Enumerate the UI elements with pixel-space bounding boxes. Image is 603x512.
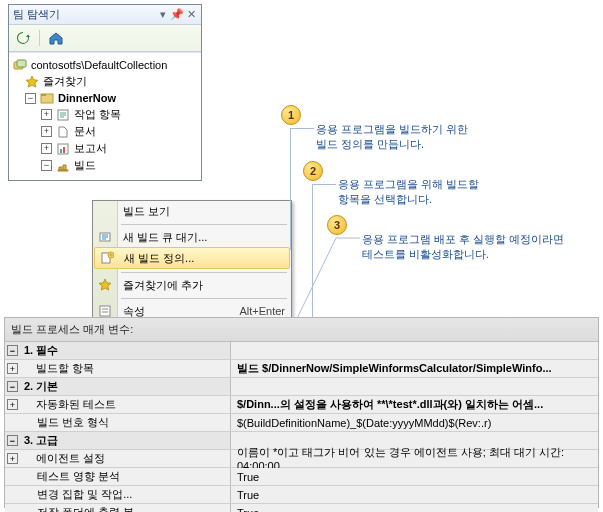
tree-reports-label: 보고서 bbox=[74, 141, 107, 156]
tree-root-label: contosotfs\DefaultCollection bbox=[31, 59, 167, 71]
tree-favorites[interactable]: 즐겨찾기 bbox=[13, 73, 197, 90]
prop-value[interactable]: $(BuildDefinitionName)_$(Date:yyyyMMdd)$… bbox=[231, 414, 598, 431]
collapse-icon[interactable] bbox=[7, 435, 18, 446]
tree-documents[interactable]: 문서 bbox=[13, 123, 197, 140]
menu-label: 새 빌드 큐 대기... bbox=[123, 230, 207, 245]
expand-icon[interactable] bbox=[7, 453, 18, 464]
tree-reports[interactable]: 보고서 bbox=[13, 140, 197, 157]
callout-line2: 항목을 선택합니다. bbox=[338, 192, 479, 207]
callout-line2: 테스트를 비활성화합니다. bbox=[362, 247, 564, 262]
builds-icon bbox=[56, 159, 70, 173]
callout-1-text: 응용 프로그램을 빌드하기 위한 빌드 정의를 만듭니다. bbox=[316, 122, 468, 152]
tree-workitems-label: 작업 항목 bbox=[74, 107, 121, 122]
workitems-icon bbox=[56, 108, 70, 122]
callout-line1: 응용 프로그램을 빌드하기 위한 bbox=[316, 122, 468, 137]
expand-icon[interactable] bbox=[41, 109, 52, 120]
panel-title: 팀 탐색기 bbox=[13, 7, 155, 22]
menu-queue-new-build[interactable]: 새 빌드 큐 대기... bbox=[93, 227, 291, 247]
collapse-icon[interactable] bbox=[25, 93, 36, 104]
prop-value[interactable]: True bbox=[231, 486, 598, 503]
context-menu: 빌드 보기 새 빌드 큐 대기... 새 빌드 정의... 즐겨찾기에 추가 속… bbox=[92, 200, 292, 322]
close-icon[interactable]: ✕ bbox=[185, 9, 197, 21]
panel-title-bar: 팀 탐색기 ▾ 📌 ✕ bbox=[9, 5, 201, 25]
documents-icon bbox=[56, 125, 70, 139]
callout-badge-2: 2 bbox=[303, 161, 323, 181]
prop-value[interactable]: 빌드 $/DinnerNow/SimpleWinformsCalculator/… bbox=[231, 360, 598, 377]
collapse-icon[interactable] bbox=[7, 345, 18, 356]
menu-label: 즐겨찾기에 추가 bbox=[123, 278, 203, 293]
prop-name: 빌드 번호 형식 bbox=[23, 415, 109, 430]
menu-hotkey: Alt+Enter bbox=[239, 305, 285, 317]
pin-icon[interactable]: 📌 bbox=[171, 9, 183, 21]
menu-add-favorite[interactable]: 즐겨찾기에 추가 bbox=[93, 275, 291, 295]
props-title: 빌드 프로세스 매개 변수: bbox=[5, 318, 598, 342]
tree-workitems[interactable]: 작업 항목 bbox=[13, 106, 197, 123]
callout-line bbox=[290, 128, 314, 129]
row-copy-drop[interactable]: 저장 폴더에 출력 복... True bbox=[5, 504, 598, 512]
project-icon bbox=[40, 91, 54, 105]
category-required[interactable]: 1. 필수 bbox=[5, 342, 598, 360]
menu-label: 빌드 보기 bbox=[123, 204, 170, 219]
star-icon bbox=[25, 75, 39, 89]
prop-name: 3. 고급 bbox=[22, 433, 58, 448]
prop-name: 테스트 영향 분석 bbox=[23, 469, 120, 484]
svg-rect-1 bbox=[17, 60, 26, 67]
expand-icon[interactable] bbox=[41, 126, 52, 137]
collapse-icon[interactable] bbox=[7, 381, 18, 392]
svg-rect-6 bbox=[60, 149, 62, 153]
row-changesets[interactable]: 변경 집합 및 작업... True bbox=[5, 486, 598, 504]
menu-new-build-definition[interactable]: 새 빌드 정의... bbox=[94, 247, 290, 269]
row-agent-settings[interactable]: 에이전트 설정 이름이 *이고 태그가 비어 있는 경우 에이전트 사용; 최대… bbox=[5, 450, 598, 468]
row-test-impact[interactable]: 테스트 영향 분석 True bbox=[5, 468, 598, 486]
prop-name: 1. 필수 bbox=[22, 343, 58, 358]
tree-favorites-label: 즐겨찾기 bbox=[43, 74, 87, 89]
category-basic[interactable]: 2. 기본 bbox=[5, 378, 598, 396]
tree-view: contosotfs\DefaultCollection 즐겨찾기 Dinner… bbox=[9, 52, 201, 180]
callout-line bbox=[290, 128, 291, 250]
prop-name: 빌드할 항목 bbox=[22, 361, 94, 376]
svg-rect-11 bbox=[100, 306, 110, 316]
toolbar-divider bbox=[39, 30, 40, 46]
expand-icon[interactable] bbox=[41, 143, 52, 154]
prop-name: 변경 집합 및 작업... bbox=[23, 487, 132, 502]
tree-builds-label: 빌드 bbox=[74, 158, 96, 173]
prop-name: 에이전트 설정 bbox=[22, 451, 105, 466]
prop-value[interactable]: True bbox=[231, 504, 598, 512]
tree-builds[interactable]: 빌드 bbox=[13, 157, 197, 174]
new-def-icon bbox=[99, 250, 115, 266]
expand-icon[interactable] bbox=[7, 363, 18, 374]
dropdown-icon[interactable]: ▾ bbox=[157, 9, 169, 21]
menu-view-builds[interactable]: 빌드 보기 bbox=[93, 201, 291, 221]
callout-badge-1: 1 bbox=[281, 105, 301, 125]
star-icon bbox=[97, 277, 113, 293]
prop-name: 2. 기본 bbox=[22, 379, 58, 394]
panel-toolbar bbox=[9, 25, 201, 52]
tree-project-label: DinnerNow bbox=[58, 92, 116, 104]
tree-project[interactable]: DinnerNow bbox=[13, 90, 197, 106]
callout-line1: 응용 프로그램을 위해 빌드할 bbox=[338, 177, 479, 192]
refresh-button[interactable] bbox=[13, 28, 33, 48]
callout-line1: 응용 프로그램 배포 후 실행할 예정이라면 bbox=[362, 232, 564, 247]
callout-line bbox=[312, 184, 336, 185]
prop-name: 자동화된 테스트 bbox=[22, 397, 116, 412]
team-explorer-panel: 팀 탐색기 ▾ 📌 ✕ contosotfs\DefaultCollection… bbox=[8, 4, 202, 181]
prop-value[interactable]: $/Dinn...의 설정을 사용하여 **\*test*.dll과(와) 일치… bbox=[231, 396, 598, 413]
tree-root[interactable]: contosotfs\DefaultCollection bbox=[13, 57, 197, 73]
home-button[interactable] bbox=[46, 28, 66, 48]
prop-value bbox=[231, 342, 598, 359]
row-items-to-build[interactable]: 빌드할 항목 빌드 $/DinnerNow/SimpleWinformsCalc… bbox=[5, 360, 598, 378]
collapse-icon[interactable] bbox=[41, 160, 52, 171]
row-automated-tests[interactable]: 자동화된 테스트 $/Dinn...의 설정을 사용하여 **\*test*.d… bbox=[5, 396, 598, 414]
build-process-parameters: 빌드 프로세스 매개 변수: 1. 필수 빌드할 항목 빌드 $/DinnerN… bbox=[4, 317, 599, 508]
callout-line2: 빌드 정의를 만듭니다. bbox=[316, 137, 468, 152]
queue-icon bbox=[97, 229, 113, 245]
svg-rect-7 bbox=[63, 147, 65, 153]
callout-2-text: 응용 프로그램을 위해 빌드할 항목을 선택합니다. bbox=[338, 177, 479, 207]
collection-icon bbox=[13, 58, 27, 72]
expand-icon[interactable] bbox=[7, 399, 18, 410]
prop-value[interactable]: 이름이 *이고 태그가 비어 있는 경우 에이전트 사용; 최대 대기 시간: … bbox=[231, 450, 598, 467]
prop-value[interactable]: True bbox=[231, 468, 598, 485]
prop-value bbox=[231, 378, 598, 395]
tree-documents-label: 문서 bbox=[74, 124, 96, 139]
row-build-number-format[interactable]: 빌드 번호 형식 $(BuildDefinitionName)_$(Date:y… bbox=[5, 414, 598, 432]
